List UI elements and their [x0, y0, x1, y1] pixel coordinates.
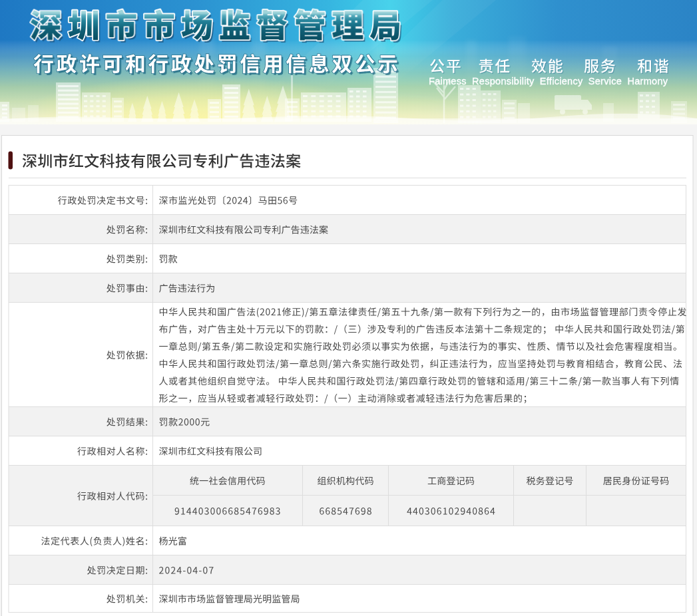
svg-text:Faimess Responsibility Efficie: Faimess Responsibility Efficiency Servic…	[429, 76, 668, 86]
